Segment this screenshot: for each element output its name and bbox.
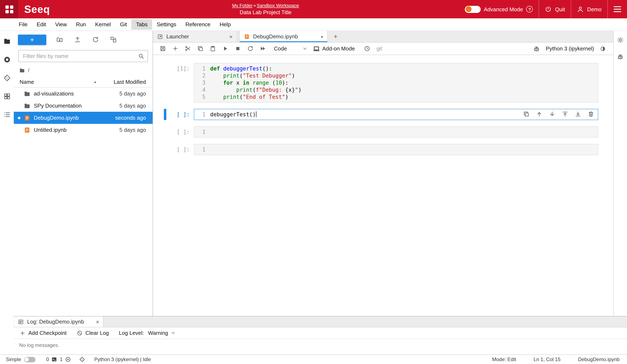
cell-code[interactable] (210, 146, 598, 153)
column-last-modified[interactable]: Last Modified (103, 79, 146, 85)
cell-prompt: [1]: (170, 63, 194, 103)
cut-cells-button[interactable] (181, 44, 194, 53)
running-sessions-tab-icon[interactable] (3, 56, 11, 63)
file-browser-tab-icon[interactable] (3, 38, 11, 45)
duplicate-cell-icon[interactable] (523, 111, 529, 117)
log-level-dropdown[interactable]: Warning (148, 330, 175, 336)
advanced-mode-toggle[interactable] (465, 6, 480, 13)
new-tab-button[interactable]: + (330, 31, 341, 42)
insert-cell-button[interactable] (169, 44, 181, 53)
git-toolbar-label[interactable]: git (376, 46, 382, 52)
menu-item-kernel[interactable]: Kernel (91, 19, 115, 30)
cell-collapser[interactable] (164, 109, 166, 120)
close-icon[interactable]: × (96, 318, 99, 325)
unsaved-changes-dot[interactable]: ● (321, 34, 323, 39)
cell-code[interactable]: def debuggerTest(): print("Test Debugger… (210, 65, 598, 101)
menu-item-edit[interactable]: Edit (32, 19, 51, 30)
extensions-tab-icon[interactable] (3, 93, 11, 100)
debugger-panel-bug-icon[interactable] (617, 53, 624, 60)
active-file-label: DebugDemo.ipynb (578, 357, 620, 362)
addon-mode-button[interactable]: Add-on Mode (313, 45, 355, 52)
hamburger-icon (614, 6, 621, 12)
checkpoint-history-button[interactable] (361, 44, 373, 53)
delete-cell-icon[interactable] (588, 111, 594, 117)
add-checkpoint-button[interactable]: Add Checkpoint (20, 330, 67, 336)
menu-item-help[interactable]: Help (215, 19, 236, 30)
upload-icon[interactable] (74, 36, 81, 43)
kernel-status-label[interactable]: Python 3 (ipykernel) | Idle (94, 357, 151, 362)
clone-repository-icon[interactable] (110, 36, 117, 43)
close-icon[interactable]: × (229, 34, 233, 39)
app-switcher-icon[interactable] (0, 0, 18, 18)
file-row-spy-documentation[interactable]: SPy Documentation5 days ago (14, 100, 153, 112)
breadcrumb-sandbox-workspace[interactable]: Sandbox Workspace (257, 3, 299, 8)
cell-type-dropdown[interactable]: Code (272, 45, 309, 52)
run-cell-button[interactable] (219, 44, 231, 53)
menu-item-settings[interactable]: Settings (152, 19, 181, 30)
move-cell-up-icon[interactable] (536, 111, 542, 117)
quit-button[interactable]: Quit (539, 6, 571, 12)
move-cell-down-icon[interactable] (549, 111, 555, 117)
cell-editor[interactable]: 1 debuggerTest() (194, 109, 598, 120)
help-icon[interactable]: ? (526, 6, 533, 12)
insert-cell-above-icon[interactable] (562, 111, 568, 117)
menu-item-reference[interactable]: Reference (181, 19, 215, 30)
breadcrumb-my-folder[interactable]: My Folder (232, 3, 253, 8)
new-folder-icon[interactable] (56, 36, 63, 43)
running-sessions-status[interactable]: 0 1 (46, 357, 85, 362)
refresh-icon[interactable] (92, 36, 99, 43)
terminal-icon (52, 357, 57, 362)
right-activity-bar (613, 31, 627, 316)
cell-collapser[interactable] (164, 126, 166, 138)
table-of-contents-tab-icon[interactable] (3, 111, 11, 118)
tab-launcher[interactable]: Launcher × (153, 31, 237, 42)
property-inspector-gear-icon[interactable] (617, 37, 624, 43)
save-button[interactable] (156, 44, 169, 53)
column-name[interactable]: Name ▲ (20, 79, 103, 85)
sort-ascending-icon: ▲ (93, 80, 97, 84)
launcher-icon (157, 34, 163, 39)
insert-cell-below-icon[interactable] (575, 111, 581, 117)
file-list: ad-visualizations5 days ago SPy Document… (14, 88, 153, 136)
menu-item-view[interactable]: View (51, 19, 71, 30)
cell-editor[interactable]: 1 (194, 126, 598, 138)
log-level-value: Warning (148, 330, 168, 336)
kernel-status-icon[interactable] (600, 46, 606, 52)
clear-log-button[interactable]: Clear Log (77, 330, 109, 336)
notebook-icon (24, 127, 30, 133)
run-all-cells-button[interactable] (256, 44, 269, 53)
menu-item-tabs[interactable]: Tabs (132, 19, 152, 30)
tab-log-debugdemo[interactable]: Log: DebugDemo.ipynb × (14, 316, 104, 327)
git-status-icon[interactable] (79, 357, 85, 362)
debugger-bug-icon[interactable] (533, 45, 540, 52)
user-menu[interactable]: Demo (571, 6, 607, 12)
tab-debugdemo-notebook[interactable]: DebugDemo.ipynb ● (239, 31, 328, 42)
menu-item-file[interactable]: File (14, 19, 32, 30)
copy-cells-button[interactable] (194, 44, 206, 53)
clear-log-label: Clear Log (85, 330, 109, 336)
simple-mode-toggle[interactable] (24, 357, 35, 362)
file-row-ad-visualizations[interactable]: ad-visualizations5 days ago (14, 88, 153, 100)
cursor-position-label[interactable]: Ln 1, Col 15 (534, 357, 561, 362)
header-center: My Folder»Sandbox Workspace Data Lab Pro… (232, 3, 299, 15)
kernel-name-label[interactable]: Python 3 (ipykernel) (546, 46, 594, 52)
menu-item-run[interactable]: Run (71, 19, 91, 30)
hamburger-menu[interactable] (608, 6, 627, 12)
file-path-breadcrumb[interactable]: / (14, 66, 153, 77)
cell-collapser[interactable] (164, 63, 166, 103)
restart-kernel-button[interactable] (244, 44, 256, 53)
cell-collapser[interactable] (164, 144, 166, 155)
cell-editor[interactable]: 12345 def debuggerTest(): print("Test De… (194, 63, 598, 103)
cell-editor[interactable]: 1 (194, 144, 598, 155)
new-launcher-button[interactable]: + (18, 34, 46, 45)
paste-cells-button[interactable] (206, 44, 219, 53)
interrupt-kernel-button[interactable] (231, 44, 244, 53)
cell-code[interactable] (210, 128, 598, 136)
file-filter-input[interactable] (18, 50, 148, 62)
clock-icon (364, 46, 370, 52)
git-tab-icon[interactable] (3, 74, 11, 82)
file-row-untitled-ipynb[interactable]: Untitled.ipynb5 days ago (14, 124, 153, 136)
menu-item-git[interactable]: Git (115, 19, 132, 30)
file-row-debugdemo-ipynb[interactable]: DebugDemo.ipynbseconds ago (14, 112, 153, 124)
notebook-mode-label[interactable]: Mode: Edit (492, 357, 516, 362)
